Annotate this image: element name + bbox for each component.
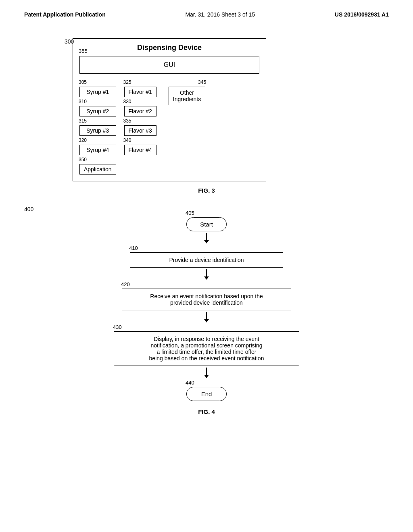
- step430-label: 430: [113, 324, 122, 330]
- fig4-label-400: 400: [24, 206, 33, 212]
- step430-box: Display, in response to receiving the ev…: [114, 331, 299, 366]
- step410-label: 410: [129, 245, 138, 251]
- step420-item: 420 Receive an event notification based …: [122, 289, 291, 310]
- end-item: 440 End: [186, 387, 227, 401]
- flavor-4-wrapper: 340 Flavor #4: [124, 145, 156, 155]
- dispensing-device-title: Dispensing Device: [79, 44, 259, 52]
- end-box: End: [186, 387, 227, 401]
- arrow-3: [204, 312, 209, 322]
- flavor-1-box: Flavor #1: [124, 87, 156, 97]
- flavor-2-wrapper: 330 Flavor #2: [124, 106, 156, 116]
- flavor-2-box: Flavor #2: [124, 106, 156, 116]
- syrup-4-label: 320: [79, 137, 87, 143]
- end-label: 440: [186, 380, 194, 386]
- syrup-2-box: Syrup #2: [79, 106, 116, 116]
- flavor-3-label: 335: [123, 118, 131, 124]
- header-center: Mar. 31, 2016 Sheet 3 of 15: [185, 11, 255, 18]
- fig3-label-350: 350: [79, 157, 87, 162]
- flavor-2-label: 330: [123, 99, 131, 104]
- other-ingredients-line1: Other: [173, 89, 201, 96]
- syrup-2-wrapper: 310 Syrup #2: [79, 106, 116, 116]
- dispensing-device-box: Dispensing Device 355 GUI 305 Syrup #1 3…: [73, 38, 266, 181]
- step430-item: 430 Display, in response to receiving th…: [114, 331, 299, 366]
- flowchart: 405 Start 410 Provide a device identific…: [24, 206, 389, 401]
- syrup-1-box: Syrup #1: [79, 87, 116, 97]
- syrup-4-wrapper: 320 Syrup #4: [79, 145, 116, 155]
- other-ingredients-wrapper: 345 Other Ingredients: [169, 87, 205, 105]
- step420-box: Receive an event notification based upon…: [122, 289, 291, 310]
- fig4-diagram: 400 405 Start 410 Provide a device ident…: [24, 206, 389, 415]
- items-area: 305 Syrup #1 310 Syrup #2 315 Syrup #3 3…: [79, 79, 259, 175]
- arrow-2: [204, 269, 209, 280]
- flavor-1-wrapper: 325 Flavor #1: [124, 87, 156, 97]
- syrup-column: 305 Syrup #1 310 Syrup #2 315 Syrup #3 3…: [79, 79, 116, 175]
- step420-label: 420: [121, 281, 130, 287]
- page-header: Patent Application Publication Mar. 31, …: [0, 0, 413, 22]
- flavor-4-label: 340: [123, 137, 131, 143]
- main-content: 300 Dispensing Device 355 GUI 305 Syrup …: [0, 38, 413, 415]
- flavor-1-label: 325: [123, 79, 131, 85]
- syrup-3-wrapper: 315 Syrup #3: [79, 125, 116, 136]
- syrup-2-label: 310: [79, 99, 87, 104]
- fig4-caption: FIG. 4: [198, 408, 215, 415]
- other-ingredients-box: Other Ingredients: [169, 87, 205, 105]
- start-label: 405: [186, 210, 194, 216]
- arrow-1: [204, 233, 209, 243]
- syrup-3-label: 315: [79, 118, 87, 124]
- step410-box: Provide a device identification: [130, 252, 283, 268]
- flavor-column: 325 Flavor #1 330 Flavor #2 335 Flavor #…: [124, 79, 156, 155]
- fig3-label-345: 345: [198, 79, 206, 85]
- gui-box: GUI: [79, 56, 259, 74]
- other-ingredients-line2: Ingredients: [173, 96, 201, 102]
- flavor-3-box: Flavor #3: [124, 125, 156, 136]
- syrup-1-label: 305: [79, 79, 87, 85]
- syrup-1-wrapper: 305 Syrup #1: [79, 87, 116, 97]
- syrup-3-box: Syrup #3: [79, 125, 116, 136]
- header-left: Patent Application Publication: [24, 11, 106, 18]
- fig3-label-355: 355: [79, 48, 88, 54]
- header-right: US 2016/0092931 A1: [335, 11, 389, 18]
- application-wrapper: 350 Application: [79, 164, 116, 175]
- flavor-3-wrapper: 335 Flavor #3: [124, 125, 156, 136]
- arrow-4: [204, 368, 209, 378]
- start-box: Start: [186, 217, 227, 231]
- syrup-4-box: Syrup #4: [79, 145, 116, 155]
- application-box: Application: [79, 164, 116, 175]
- step410-item: 410 Provide a device identification: [130, 252, 283, 268]
- fig3-caption: FIG. 3: [24, 187, 389, 194]
- start-item: 405 Start: [186, 217, 227, 231]
- fig3-diagram: 300 Dispensing Device 355 GUI 305 Syrup …: [24, 38, 389, 194]
- flavor-4-box: Flavor #4: [124, 145, 156, 155]
